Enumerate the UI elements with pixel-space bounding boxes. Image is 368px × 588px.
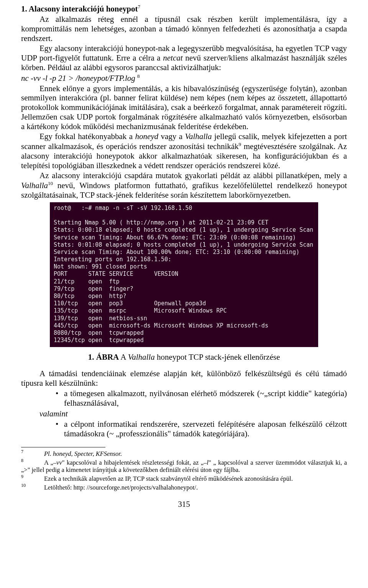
p5-c: nevű, Windows platformon futtatható, gra… bbox=[21, 181, 347, 200]
section-heading: 1. Alacsony interakciójú honeypot7 bbox=[21, 4, 347, 14]
fn8-num: 8 bbox=[21, 458, 44, 463]
caption-c: honeypot TCP stack-jének ellenőrzése bbox=[155, 352, 280, 362]
paragraph-1: Az alkalmazás réteg ennél a típusnál csa… bbox=[21, 15, 347, 43]
figure-caption: 1. ÁBRA A Valhalla honeypot TCP stack-jé… bbox=[21, 352, 347, 362]
footnotes: 7Pl. honeyd, Specter, KFSensor. 8A „–vv"… bbox=[21, 449, 347, 491]
p5-valhalla: Valhalla bbox=[21, 181, 48, 190]
fn9-num: 9 bbox=[21, 474, 44, 479]
caption-a: A bbox=[119, 352, 128, 362]
p4-honeyd: honeyd bbox=[135, 132, 158, 141]
fn8-b: –vv bbox=[53, 459, 62, 466]
document-page: 1. Alacsony interakciójú honeypot7 Az al… bbox=[0, 0, 368, 521]
bullet-list-1: a tömegesen alkalmazott, nyilvánosan elé… bbox=[21, 389, 347, 408]
command-line: nc -vv -l -p 21 > /honeypot/FTP.log 8 bbox=[21, 73, 347, 83]
p2-netcat: netcat bbox=[163, 53, 182, 62]
footnote-8: 8A „–vv" kapcsolóval a hibajelentések ré… bbox=[21, 458, 347, 473]
command-footnote-ref: 8 bbox=[137, 73, 140, 79]
footnote-10: 10Letölthető: http: //sourceforge.net/pr… bbox=[21, 483, 347, 491]
fn7-text: Pl. honeyd, Specter, KFSensor. bbox=[44, 450, 122, 457]
p5-footnote-ref: 10 bbox=[48, 180, 53, 186]
valamint-label: valamint bbox=[39, 409, 347, 419]
fn10-num: 10 bbox=[21, 483, 44, 488]
fn9-text: Ezek a technikák alapvetően az IP, TCP s… bbox=[44, 475, 293, 482]
fn8-a: A „ bbox=[44, 459, 53, 466]
page-number: 315 bbox=[21, 500, 347, 509]
p4-a: Egy fokkal hatékonyabbak a bbox=[39, 132, 135, 141]
p4-valhalla: Valhalla bbox=[185, 132, 212, 141]
paragraph-4: Egy fokkal hatékonyabbak a honeyd vagy a… bbox=[21, 132, 347, 170]
bullet-list-2: a célpont informatikai rendszerére, szer… bbox=[21, 419, 347, 439]
footnote-9: 9Ezek a technikák alapvetően az IP, TCP … bbox=[21, 474, 347, 482]
fn10-text: Letölthető: http: //sourceforge.net/proj… bbox=[44, 484, 198, 491]
paragraph-5: Az alacsony interakciójú csapdára mutato… bbox=[21, 171, 347, 200]
bullet-2: a célpont informatikai rendszerére, szer… bbox=[56, 419, 347, 439]
footnote-separator bbox=[21, 447, 105, 447]
command-text: nc -vv -l -p 21 > /honeypot/FTP.log bbox=[21, 74, 137, 83]
p5-a: Az alacsony interakciójú csapdára mutato… bbox=[39, 171, 347, 180]
heading-footnote-ref: 7 bbox=[138, 4, 141, 10]
footnote-7: 7Pl. honeyd, Specter, KFSensor. bbox=[21, 449, 347, 457]
paragraph-2: Egy alacsony interakciójú honeypot-nak a… bbox=[21, 44, 347, 72]
fn8-c: " kapcsolóval a hibajelentések részletes… bbox=[62, 459, 204, 466]
paragraph-6: A támadási tendenciáinak elemzése alapjá… bbox=[21, 369, 347, 388]
heading-text: 1. Alacsony interakciójú honeypot bbox=[21, 4, 138, 13]
paragraph-3: Ennek előnye a gyors implementálás, a ki… bbox=[21, 84, 347, 131]
terminal-screenshot: root@ :~# nmap -n -sT -sV 192.168.1.50 S… bbox=[50, 202, 318, 347]
fn8-d: –l bbox=[204, 459, 209, 466]
p4-c: vagy a bbox=[158, 132, 185, 141]
fn7-num: 7 bbox=[21, 449, 44, 454]
caption-valhalla: Valhalla bbox=[128, 352, 155, 362]
bullet-1: a tömegesen alkalmazott, nyilvánosan elé… bbox=[56, 389, 347, 408]
caption-label: 1. ÁBRA bbox=[88, 352, 119, 362]
